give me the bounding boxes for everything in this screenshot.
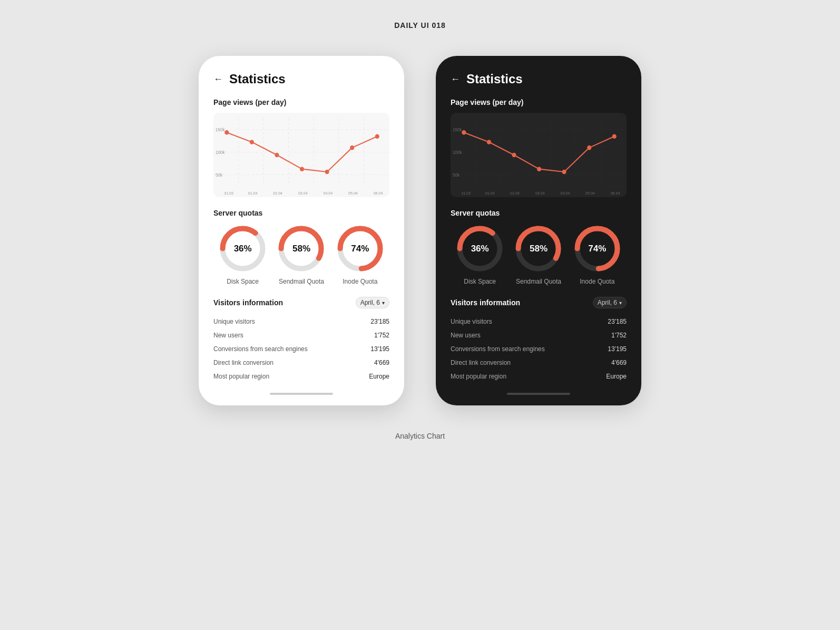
light-visitors-table: Unique visitors 23'185 New users 1'752 C…	[213, 315, 389, 383]
dark-date-filter-text: April, 6	[598, 299, 617, 306]
dark-donut-diskspace: 36%	[455, 224, 505, 274]
light-visitors-row-value-4: Europe	[369, 373, 389, 380]
svg-text:04.04: 04.04	[560, 190, 570, 195]
dark-visitors-row-value-0: 23'185	[608, 318, 627, 325]
dark-quota-sendmail: 58% Sendmail Quota	[513, 224, 563, 285]
phones-row: ← Statistics Page views (per day)	[199, 56, 641, 405]
svg-text:100k: 100k	[216, 150, 225, 155]
svg-point-23	[325, 170, 329, 175]
svg-text:31.03: 31.03	[461, 190, 471, 195]
dark-date-filter[interactable]: April, 6 ▾	[593, 297, 627, 308]
svg-text:50k: 50k	[216, 172, 223, 177]
dark-home-indicator	[507, 393, 570, 395]
light-visitors-header: Visitors information April, 6 ▾	[213, 297, 389, 308]
svg-point-24	[350, 146, 354, 150]
table-row: Conversions from search engines 13'195	[451, 342, 627, 356]
table-row: Unique visitors 23'185	[213, 315, 389, 328]
light-donut-sendmail: 58%	[276, 224, 326, 274]
svg-text:50k: 50k	[453, 172, 460, 177]
svg-point-25	[375, 134, 379, 139]
svg-point-51	[462, 130, 466, 135]
light-date-filter[interactable]: April, 6 ▾	[356, 297, 389, 308]
light-visitors-row-label-0: Unique visitors	[213, 318, 255, 325]
light-quota-diskspace-value: 36%	[234, 244, 252, 254]
dark-quotas-section: Server quotas 36% Disk Space	[451, 209, 627, 285]
light-phone: ← Statistics Page views (per day)	[199, 56, 404, 405]
light-visitors-row-label-1: New users	[213, 332, 243, 339]
svg-point-19	[224, 130, 229, 135]
light-quota-diskspace: 36% Disk Space	[218, 224, 268, 285]
light-quota-inode-label: Inode Quota	[343, 278, 377, 285]
svg-text:31.03: 31.03	[224, 190, 233, 195]
light-quota-sendmail-value: 58%	[292, 244, 310, 254]
light-quotas-section: Server quotas 36% Disk Space	[213, 209, 389, 285]
light-chart-label: Page views (per day)	[213, 98, 389, 106]
dark-quota-diskspace: 36% Disk Space	[455, 224, 505, 285]
svg-point-53	[512, 153, 516, 158]
dark-quotas-row: 36% Disk Space 58% Sendmai	[451, 224, 627, 285]
table-row: Direct link conversion 4'669	[213, 356, 389, 370]
table-row: Direct link conversion 4'669	[451, 356, 627, 370]
dark-visitors-row-label-1: New users	[451, 332, 481, 339]
svg-text:04.04: 04.04	[323, 190, 333, 195]
light-chart-container: 150k 100k 50k 31.03 01.04 02.04 03.04 04…	[213, 113, 389, 197]
svg-point-20	[250, 140, 254, 144]
svg-text:05.04: 05.04	[585, 190, 595, 195]
light-date-filter-text: April, 6	[360, 299, 380, 306]
svg-point-21	[275, 153, 279, 158]
table-row: Unique visitors 23'185	[451, 315, 627, 328]
dark-visitors-row-label-0: Unique visitors	[451, 318, 492, 325]
dark-quotas-label: Server quotas	[451, 209, 627, 217]
dark-back-button[interactable]: ←	[451, 74, 460, 85]
dark-visitors-label: Visitors information	[451, 298, 520, 307]
light-header: ← Statistics	[213, 72, 389, 86]
light-donut-inode: 74%	[335, 224, 385, 274]
light-visitors-row-label-3: Direct link conversion	[213, 359, 274, 366]
table-row: Most popular region Europe	[213, 370, 389, 383]
dark-visitors-section: Visitors information April, 6 ▾ Unique v…	[451, 297, 627, 383]
light-visitors-row-value-2: 13'195	[370, 345, 389, 353]
light-chevron-down-icon: ▾	[382, 300, 385, 306]
svg-text:03.04: 03.04	[298, 190, 308, 195]
light-page-title: Statistics	[229, 72, 286, 86]
svg-point-55	[562, 170, 566, 175]
light-quotas-row: 36% Disk Space 58% Sendmai	[213, 224, 389, 285]
dark-visitors-row-label-3: Direct link conversion	[451, 359, 511, 366]
dark-visitors-row-value-3: 4'669	[611, 359, 627, 366]
table-row: New users 1'752	[213, 328, 389, 342]
svg-text:05.04: 05.04	[348, 190, 358, 195]
svg-point-22	[300, 167, 304, 171]
svg-point-52	[487, 140, 491, 144]
table-row: Conversions from search engines 13'195	[213, 342, 389, 356]
dark-chart-label: Page views (per day)	[451, 98, 627, 106]
light-visitors-row-value-0: 23'185	[370, 318, 389, 325]
dark-chevron-down-icon: ▾	[619, 300, 622, 306]
footer-caption: Analytics Chart	[395, 432, 445, 440]
light-quota-inode: 74% Inode Quota	[335, 224, 385, 285]
svg-text:100k: 100k	[453, 150, 462, 155]
light-back-button[interactable]: ←	[213, 74, 223, 85]
svg-text:01.04: 01.04	[485, 190, 495, 195]
dark-header: ← Statistics	[451, 72, 627, 86]
svg-point-57	[612, 134, 617, 139]
light-visitors-row-label-4: Most popular region	[213, 373, 269, 380]
light-quota-diskspace-label: Disk Space	[227, 278, 259, 285]
dark-visitors-table: Unique visitors 23'185 New users 1'752 C…	[451, 315, 627, 383]
dark-visitors-row-value-4: Europe	[606, 373, 627, 380]
light-quota-inode-value: 74%	[351, 244, 369, 254]
dark-chart-container: 150k 100k 50k 31.03 01.04 02.04 03.04 04…	[451, 113, 627, 197]
dark-page-title: Statistics	[466, 72, 523, 86]
dark-visitors-header: Visitors information April, 6 ▾	[451, 297, 627, 308]
dark-quota-inode-value: 74%	[588, 244, 606, 254]
page-title: DAILY UI 018	[394, 21, 446, 30]
svg-text:02.04: 02.04	[273, 190, 282, 195]
table-row: New users 1'752	[451, 328, 627, 342]
light-visitors-section: Visitors information April, 6 ▾ Unique v…	[213, 297, 389, 383]
svg-text:150k: 150k	[216, 127, 225, 132]
svg-text:03.04: 03.04	[535, 190, 545, 195]
dark-visitors-row-label-4: Most popular region	[451, 373, 506, 380]
table-row: Most popular region Europe	[451, 370, 627, 383]
dark-quota-inode-label: Inode Quota	[580, 278, 614, 285]
dark-donut-inode: 74%	[572, 224, 622, 274]
svg-text:06.04: 06.04	[374, 190, 383, 195]
